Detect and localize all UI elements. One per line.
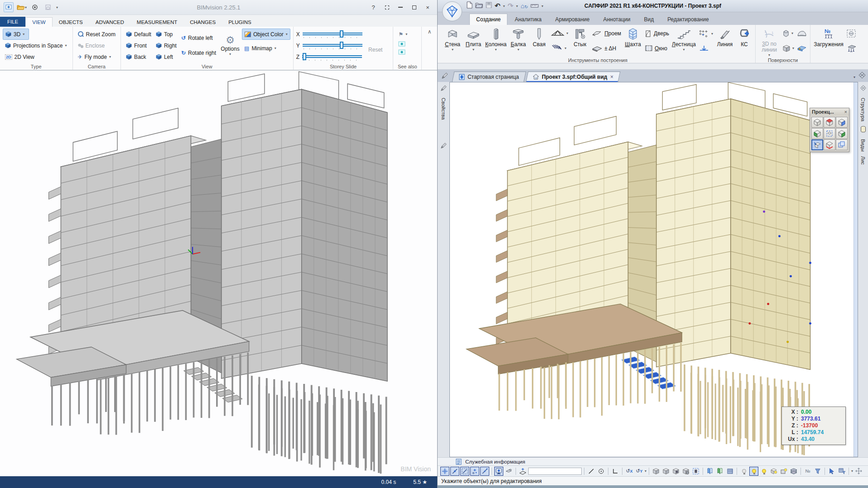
doc-tab-close-icon[interactable]: × bbox=[610, 74, 613, 80]
panel-tab-sheets[interactable]: Лис bbox=[860, 156, 866, 165]
viewer-icon[interactable] bbox=[4, 2, 14, 12]
box-caret[interactable]: ▾ bbox=[791, 31, 793, 35]
undo-icon[interactable]: ↶ bbox=[495, 2, 501, 10]
level-mark-button[interactable] bbox=[697, 44, 714, 53]
3d-by-line-caret[interactable]: ▾ bbox=[768, 53, 770, 57]
redo-caret[interactable]: ▾ bbox=[516, 4, 518, 8]
axes-widget-icon[interactable] bbox=[858, 71, 866, 81]
object-color-caret[interactable]: ▾ bbox=[286, 32, 288, 36]
grid-table-button[interactable] bbox=[725, 467, 734, 476]
solid-cube-button[interactable]: ▾ bbox=[781, 44, 796, 53]
bulb-on-button[interactable] bbox=[749, 467, 758, 476]
reset-zoom-button[interactable]: Reset Zoom bbox=[76, 29, 118, 40]
tab-advanced[interactable]: ADVANCED bbox=[89, 18, 130, 27]
views-cylinder-icon[interactable] bbox=[860, 126, 866, 134]
snap-axes-toggle[interactable] bbox=[460, 467, 469, 476]
new-file-icon[interactable] bbox=[467, 1, 473, 10]
ks-button[interactable]: КС bbox=[735, 26, 753, 48]
structure-axes-icon[interactable] bbox=[860, 85, 867, 93]
maximize-button[interactable] bbox=[408, 3, 420, 12]
rotate-left-button[interactable]: ↺Rotate left bbox=[179, 33, 218, 44]
2d-view-button[interactable]: 2D 2D View bbox=[3, 51, 70, 62]
properties-pencil-icon-2[interactable] bbox=[440, 142, 447, 151]
screen-projection-button[interactable] bbox=[494, 467, 503, 476]
beam-button[interactable]: Балка▾ bbox=[508, 26, 529, 52]
sapfir-3d-viewport[interactable]: Проекц... × bbox=[449, 82, 858, 457]
column-button[interactable]: Колонна▾ bbox=[484, 26, 508, 52]
minimize-button[interactable] bbox=[395, 3, 406, 12]
ribbon-collapse-chevron[interactable]: ∧ bbox=[428, 29, 432, 70]
ortho-corner-button[interactable] bbox=[611, 467, 620, 476]
spring-button[interactable]: ▾ bbox=[550, 43, 569, 53]
wall-button[interactable]: Стена▾ bbox=[442, 26, 463, 52]
options-caret[interactable]: ▾ bbox=[229, 52, 231, 56]
shaft-button[interactable]: Шахта bbox=[622, 26, 643, 48]
undo-caret[interactable]: ▾ bbox=[503, 4, 505, 8]
update-model-icon[interactable]: ⌂↻ bbox=[521, 2, 528, 10]
minimap-button[interactable]: ▤Minimap▾ bbox=[242, 43, 290, 54]
projections-in-space-button[interactable]: Projections in Space▾ bbox=[3, 40, 70, 51]
doc-tab-project[interactable]: Проект 3.spf:Общий вид × bbox=[526, 72, 620, 82]
spring-caret[interactable]: ▾ bbox=[564, 46, 566, 50]
storey-slider-x[interactable] bbox=[303, 30, 362, 38]
projection-back-button[interactable] bbox=[836, 128, 848, 139]
projection-axon-button[interactable] bbox=[836, 139, 848, 150]
extrude-box-button[interactable]: ▾ bbox=[781, 29, 796, 38]
tab-annotations[interactable]: Аннотации bbox=[597, 14, 637, 25]
qat-more-caret[interactable]: ▾ bbox=[56, 5, 58, 10]
type-3d-button[interactable]: 3D▾ bbox=[3, 29, 29, 40]
open-file-icon[interactable] bbox=[475, 2, 483, 10]
service-info-icon[interactable] bbox=[456, 459, 462, 465]
stairs-caret[interactable]: ▾ bbox=[683, 48, 685, 51]
rotate-right-button[interactable]: ↻Rotate right bbox=[179, 48, 218, 59]
truss-button[interactable]: ▾ bbox=[550, 29, 569, 37]
pile-button[interactable]: Свая bbox=[529, 26, 550, 48]
panel-tab-views[interactable]: Виды bbox=[860, 139, 866, 152]
section-green-button[interactable] bbox=[715, 467, 724, 476]
coordinate-input[interactable] bbox=[528, 468, 582, 475]
unlock-box-button[interactable] bbox=[504, 467, 513, 476]
slab-button[interactable]: Плита▾ bbox=[463, 26, 484, 52]
flag-caret[interactable]: ▾ bbox=[405, 32, 407, 36]
bulb-object-button[interactable] bbox=[769, 467, 778, 476]
close-button[interactable]: × bbox=[422, 3, 434, 12]
3d-by-line-button[interactable]: 11 3D по линии▾ bbox=[757, 26, 781, 57]
select-filtered-button[interactable] bbox=[827, 467, 836, 476]
flag-button[interactable]: ⚑▾ bbox=[396, 29, 419, 40]
bimvision-3d-viewport[interactable]: BIM Vision bbox=[0, 70, 437, 476]
view-top-button[interactable]: Top bbox=[154, 29, 179, 40]
rotate-y-button[interactable]: ↺Y bbox=[635, 467, 644, 476]
slider-z-thumb[interactable] bbox=[303, 53, 306, 60]
wall-caret[interactable]: ▾ bbox=[452, 48, 453, 51]
open-dropdown-caret[interactable]: ▾ bbox=[25, 5, 27, 10]
panel-tab-properties[interactable]: Свойства bbox=[441, 98, 446, 120]
filter-button[interactable] bbox=[813, 467, 822, 476]
view-left-button[interactable]: Left bbox=[154, 51, 179, 62]
qat-more-caret[interactable]: ▾ bbox=[541, 4, 543, 8]
target-icon[interactable] bbox=[30, 2, 40, 12]
storey-slider-z[interactable] bbox=[302, 53, 362, 61]
tab-editing[interactable]: Редактирование bbox=[661, 14, 715, 25]
draw-circle-button[interactable] bbox=[597, 467, 606, 476]
view-right-button[interactable]: Right bbox=[154, 40, 179, 51]
projection-fit-button[interactable] bbox=[824, 128, 835, 139]
snap-line-toggle[interactable] bbox=[450, 467, 459, 476]
snap-grid-toggle[interactable] bbox=[440, 467, 449, 476]
object-color-button[interactable]: Object Color▾ bbox=[242, 29, 290, 40]
line-button[interactable]: Линия bbox=[714, 26, 735, 48]
beam-caret[interactable]: ▾ bbox=[517, 48, 519, 51]
app-menu-button[interactable] bbox=[442, 1, 462, 21]
tab-plugins[interactable]: PLUGINS bbox=[222, 18, 258, 27]
tab-view[interactable]: VIEW bbox=[25, 17, 52, 27]
solid-mode-button[interactable] bbox=[651, 467, 661, 476]
settings-cube-button[interactable] bbox=[681, 467, 690, 476]
stamp-button[interactable] bbox=[845, 29, 858, 38]
redo-icon[interactable]: ↷ bbox=[508, 2, 514, 10]
layers-button[interactable] bbox=[789, 467, 798, 476]
tab-reinforcement[interactable]: Армирование bbox=[549, 14, 596, 25]
rotate-x-button[interactable]: ↺X bbox=[625, 467, 634, 476]
fly-mode-caret[interactable]: ▾ bbox=[109, 55, 111, 59]
projection-bottom-button[interactable] bbox=[824, 139, 835, 150]
open-folder-icon[interactable]: ▾ bbox=[17, 2, 27, 12]
help-button[interactable]: ? bbox=[367, 3, 379, 12]
